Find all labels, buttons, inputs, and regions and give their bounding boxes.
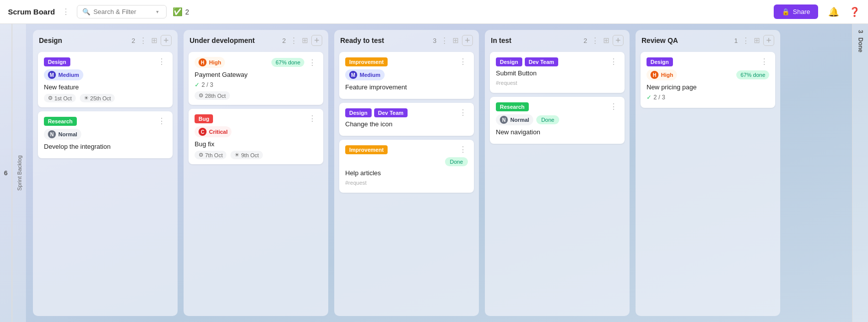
column-review-qa: Review QA 1 ⋮ ⊞ + Design ⋮ H High	[636, 30, 780, 316]
column-ud-cards: H High 67% done ⋮ Payment Gateway ✓ 2 / …	[184, 50, 328, 169]
card-rtt-icon-menu[interactable]: ⋮	[458, 108, 468, 117]
check-icon-rqa: ✓	[647, 94, 651, 101]
column-rqa-count: 1	[734, 37, 738, 44]
notifications-icon[interactable]: 🔔	[828, 6, 839, 17]
done-column-label: 3 Done	[852, 24, 868, 322]
tag-design-rtt: Design	[345, 108, 372, 117]
column-design-header: Design 2 ⋮ ⊞ +	[33, 30, 178, 50]
checklist-pricing: ✓ 2 / 3	[647, 94, 769, 101]
tag-design-it: Design	[496, 57, 522, 66]
tag-dev-team-rtt: Dev Team	[374, 108, 408, 117]
column-ud-count: 2	[282, 37, 286, 44]
board-container: 6 Sprint Backlog Design 2 ⋮ ⊞ + Design	[0, 24, 868, 322]
lock-icon: 🔒	[782, 8, 790, 15]
column-rtt-header: Ready to test 3 ⋮ ⊞ +	[334, 30, 479, 50]
card-rtt-feature-menu[interactable]: ⋮	[458, 57, 468, 66]
board-menu-icon[interactable]: ⋮	[61, 7, 71, 16]
column-rtt-grid-icon[interactable]: ⊞	[452, 36, 459, 45]
badge-critical: C Critical	[195, 126, 231, 137]
column-ready-to-test: Ready to test 3 ⋮ ⊞ + Improvement ⋮	[334, 30, 479, 316]
column-rtt-add-button[interactable]: +	[462, 35, 473, 46]
search-bar[interactable]: 🔍 ▾	[77, 5, 167, 18]
check-circle-icon: ✅	[173, 7, 183, 16]
done-label: Done	[857, 37, 864, 52]
header: Scrum Board ⋮ 🔍 ▾ ✅ 2 🔒 Share 🔔 ❓	[0, 0, 868, 24]
column-rqa-menu-icon[interactable]: ⋮	[741, 36, 751, 45]
column-ud-menu-icon[interactable]: ⋮	[289, 36, 299, 45]
card-it-submit-menu[interactable]: ⋮	[609, 57, 619, 66]
column-it-add-button[interactable]: +	[613, 35, 624, 46]
badge-normal: N Normal	[44, 129, 81, 140]
card-it-nav-menu[interactable]: ⋮	[609, 102, 619, 111]
card-it-submit-title: Submit Button	[496, 69, 619, 77]
column-it-title: In test	[491, 36, 581, 44]
badge-normal-it: N Normal	[496, 114, 533, 125]
checklist-payment: ✓ 2 / 3	[195, 81, 317, 88]
letter-h-rqa-icon: H	[651, 71, 658, 79]
badge-done-it: Done	[536, 115, 559, 124]
column-rqa-add-button[interactable]: +	[763, 35, 774, 46]
date-chip-end: ☀ 25th Oct	[80, 94, 115, 102]
card-design-new-feature-dates: ⚙ 1st Oct ☀ 25th Oct	[44, 94, 167, 102]
sprint-backlog-label: Sprint Backlog	[12, 24, 26, 322]
card-ud-bug-fix: Bug ⋮ C Critical Bug fix ⚙ 7th Oct ☀ 9th…	[189, 109, 323, 164]
badge-medium: M Medium	[44, 69, 83, 80]
card-rqa-pricing-menu[interactable]: ⋮	[759, 57, 769, 66]
card-design-new-feature: Design ⋮ M Medium New feature ⚙ 1st Oct …	[38, 52, 173, 107]
column-ud-add-button[interactable]: +	[311, 35, 322, 46]
card-design-develop-title: Develop the integration	[44, 143, 167, 150]
column-it-grid-icon[interactable]: ⊞	[603, 36, 610, 45]
badge-high: H High	[195, 57, 225, 68]
search-icon: 🔍	[82, 8, 90, 15]
card-ud-payment-dates: ⚙ 28th Oct	[195, 91, 317, 100]
card-ud-bug-dates: ⚙ 7th Oct ☀ 9th Oct	[195, 151, 317, 159]
card-rtt-help-subtitle: #request	[345, 180, 468, 186]
tag-design-rqa: Design	[647, 57, 673, 66]
card-ud-bug-title: Bug fix	[195, 140, 317, 148]
column-rtt-title: Ready to test	[340, 36, 430, 44]
column-rtt-menu-icon[interactable]: ⋮	[439, 36, 449, 45]
tag-research: Research	[44, 117, 77, 126]
sprint-row-number: 6	[0, 24, 12, 322]
task-count-number: 2	[185, 8, 189, 16]
column-ud-grid-icon[interactable]: ⊞	[302, 36, 308, 45]
card-design-develop-menu[interactable]: ⋮	[157, 116, 167, 126]
search-input[interactable]	[93, 8, 153, 15]
column-design-count: 2	[132, 37, 135, 44]
card-ud-payment-menu[interactable]: ⋮	[307, 58, 317, 67]
date-chip-start: ⚙ 1st Oct	[44, 94, 76, 102]
column-design-menu-icon[interactable]: ⋮	[138, 36, 148, 45]
card-rtt-help-menu[interactable]: ⋮	[458, 145, 468, 154]
letter-n-it-icon: N	[500, 116, 508, 124]
done-count: 3	[857, 30, 864, 33]
column-design-grid-icon[interactable]: ⊞	[151, 36, 158, 45]
letter-m-rtt-icon: M	[349, 71, 357, 79]
column-design-title: Design	[39, 36, 129, 44]
card-ud-bug-menu[interactable]: ⋮	[307, 114, 317, 123]
card-rtt-change-icon: Design Dev Team ⋮ Change the icon	[339, 103, 474, 136]
share-button[interactable]: 🔒 Share	[774, 4, 818, 19]
column-rqa-title: Review QA	[642, 36, 731, 44]
card-rtt-help-title: Help articles	[345, 169, 468, 177]
date-7oct: ⚙ 7th Oct	[195, 151, 226, 159]
letter-n-icon: N	[48, 130, 56, 138]
tag-research-it: Research	[496, 102, 529, 111]
column-design-cards: Design ⋮ M Medium New feature ⚙ 1st Oct …	[33, 50, 178, 163]
progress-67-rqa: 67% done	[736, 70, 769, 79]
task-count-badge: ✅ 2	[173, 7, 189, 16]
column-design-add-button[interactable]: +	[161, 35, 172, 46]
card-ud-payment-gateway: H High 67% done ⋮ Payment Gateway ✓ 2 / …	[189, 52, 323, 105]
card-design-new-feature-menu[interactable]: ⋮	[157, 57, 167, 66]
column-ud-title: Under development	[190, 36, 279, 44]
column-rqa-grid-icon[interactable]: ⊞	[754, 36, 760, 45]
column-rqa-cards: Design ⋮ H High 67% done New pricing pag…	[636, 50, 780, 113]
board-title: Scrum Board	[8, 7, 55, 16]
card-rtt-icon-title: Change the icon	[345, 120, 468, 128]
tag-design: Design	[44, 57, 70, 66]
card-design-develop-integration: Research ⋮ N Normal Develop the integrat…	[38, 111, 173, 158]
help-icon[interactable]: ❓	[849, 6, 860, 17]
letter-m-icon: M	[48, 71, 56, 79]
column-rtt-count: 3	[433, 37, 436, 44]
column-rqa-header: Review QA 1 ⋮ ⊞ +	[636, 30, 780, 50]
column-it-menu-icon[interactable]: ⋮	[590, 36, 600, 45]
